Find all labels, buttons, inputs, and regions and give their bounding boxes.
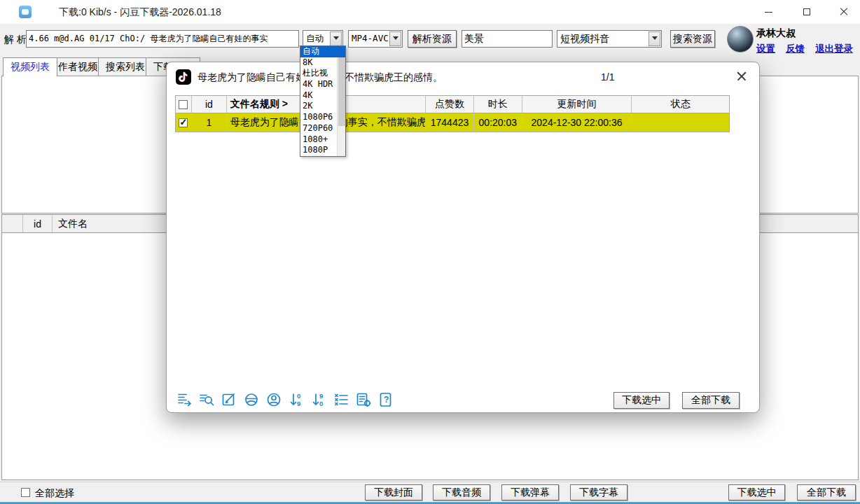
dialog-download-selected-button[interactable]: 下载选中 [613,392,670,409]
username-label: 承林大叔 [756,27,796,40]
quality-select-value: 自动 [306,33,328,45]
download-all-button[interactable]: 全部下载 [797,484,856,500]
svg-text:0: 0 [319,400,323,407]
dropdown-scrollbar-thumb[interactable] [338,57,345,126]
checklist-icon[interactable] [333,391,349,408]
edit-icon[interactable] [221,391,237,408]
tiktok-icon [176,69,191,85]
svg-text:0: 0 [297,392,300,400]
parse-url-input[interactable] [26,30,299,48]
video-selection-dialog: 母老虎为了隐瞒自己有娃的事实，不惜欺骗虎王的感情。 1/1 id 文件名规则 >… [166,62,760,413]
close-icon [840,8,848,16]
bottom-action-bar: 全部选择 下载封面 下载音频 下载弹幕 下载字幕 下载选中 全部下载 [0,482,860,502]
checkbox-unchecked-icon [179,100,188,109]
minimize-icon [765,12,772,13]
row-id: 1 [192,113,227,132]
sort-ascending-icon[interactable]: 09 [288,391,305,408]
maximize-button[interactable] [791,0,823,24]
export-icon[interactable] [176,391,193,408]
select-all-checkbox[interactable] [21,488,30,497]
title-bar: 下载:0 Kib/s - 闪豆下载器-2026.01.18 [0,0,860,24]
row-updated: 2024-12-30 22:00:36 [522,113,632,132]
user-avatar[interactable] [727,26,754,52]
site-select-value: 短视频抖音 [560,33,647,46]
header-id[interactable]: id [192,96,227,113]
row-status [632,113,729,132]
format-select-value: MP4-AVC [352,33,388,43]
search-keyword-input[interactable] [462,30,553,48]
header-select-all-checkbox[interactable] [176,96,192,113]
site-select[interactable]: 短视频抖音 [557,30,662,48]
feedback-link[interactable]: 反馈 [786,43,805,55]
select-all-label: 全部选择 [35,487,74,500]
dropdown-option-auto[interactable]: 自动 [300,46,345,57]
download-cover-button[interactable]: 下载封面 [365,484,422,500]
document-help-icon[interactable]: ? [377,391,394,408]
dialog-result-table: id 文件名规则 > 点赞数 时长 更新时间 状态 1 母老虎为了隐瞒自己有娃的… [175,95,730,132]
window-title: 下载:0 Kib/s - 闪豆下载器-2026.01.18 [59,6,221,19]
dialog-close-icon[interactable] [735,70,748,83]
logout-link[interactable]: 退出登录 [815,43,853,55]
svg-text:9: 9 [297,400,300,407]
minimize-button[interactable] [752,0,784,24]
dialog-page-indicator: 1/1 [601,71,614,83]
download-audio-button[interactable]: 下载音频 [433,484,490,500]
format-select[interactable]: MP4-AVC [348,30,403,48]
close-button[interactable] [828,0,860,24]
parse-resource-button[interactable]: 解析资源 [408,30,457,48]
header-updated[interactable]: 更新时间 [522,96,632,113]
header-likes[interactable]: 点赞数 [426,96,474,113]
settings-link[interactable]: 设置 [756,43,775,55]
row-duration: 00:20:03 [474,113,522,132]
download-danmaku-button[interactable]: 下载弹幕 [501,484,559,500]
application-window: 下载:0 Kib/s - 闪豆下载器-2026.01.18 解 析: 自动 MP… [0,0,860,504]
user-icon[interactable] [265,391,282,408]
header-status[interactable]: 状态 [632,96,729,113]
tab-video-list[interactable]: 视频列表 [3,57,57,76]
file-list-checkbox-column [2,215,23,232]
checkbox-checked-icon [179,118,188,127]
app-logo-icon [19,6,32,18]
sort-descending-icon[interactable]: 90 [310,391,327,408]
dialog-download-all-button[interactable]: 全部下载 [682,392,740,409]
maximize-icon [803,8,810,15]
row-checkbox-cell[interactable] [176,113,192,132]
row-likes: 1744423 [426,113,474,132]
dialog-icon-toolbar: 09 90 ? [176,391,394,408]
svg-text:?: ? [384,395,389,405]
chevron-down-icon[interactable] [389,31,401,46]
download-selected-button[interactable]: 下载选中 [728,484,785,500]
tab-search-list[interactable]: 搜索列表 [98,57,153,76]
search-resource-button[interactable]: 搜索资源 [670,30,715,48]
table-header-row: id 文件名规则 > 点赞数 时长 更新时间 状态 [176,96,729,113]
file-list-id-column: id [23,215,53,232]
download-subtitle-button[interactable]: 下载字幕 [570,484,627,500]
table-row[interactable]: 1 母老虎为了隐瞒自己有娃的事实，不惜欺骗虎 1744423 00:20:03 … [176,113,729,132]
header-duration[interactable]: 时长 [474,96,522,113]
chevron-down-icon[interactable] [330,31,342,46]
list-search-icon[interactable] [198,391,215,408]
document-settings-icon[interactable] [355,391,372,408]
browser-icon[interactable] [243,391,260,408]
chevron-down-icon[interactable] [649,31,660,46]
tab-author-videos[interactable]: 作者视频 [50,57,105,76]
quality-dropdown-list: 自动 8K 杜比视 4K HDR 4K 2K 1080P6 720P60 108… [300,46,346,157]
dropdown-scrollbar[interactable] [337,57,345,156]
svg-text:9: 9 [319,392,323,400]
